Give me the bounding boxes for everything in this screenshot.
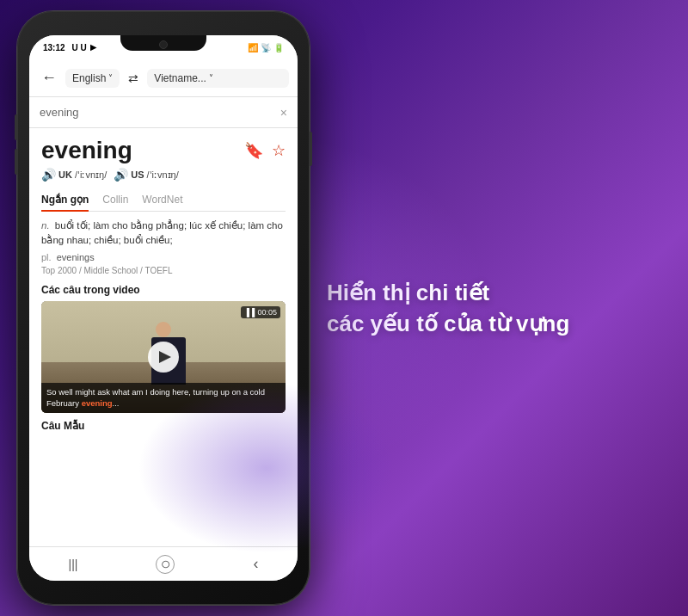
video-section-title: Các câu trong video [41, 284, 286, 296]
dictionary-tabs: Ngắn gọn Collin WordNet [41, 188, 286, 212]
play-button[interactable] [148, 342, 179, 373]
us-ipa: /ˈiːvnɪŋ/ [146, 169, 178, 181]
video-subtitle: So well might ask what am I doing here, … [41, 383, 286, 413]
volume-down-button [15, 149, 17, 175]
back-button[interactable]: ← [38, 65, 60, 90]
uk-ipa: /ˈiːvnɪŋ/ [75, 169, 107, 181]
phone-camera [159, 40, 168, 49]
pronunciation-us: 🔊 US /ˈiːvnɪŋ/ [114, 168, 179, 182]
bottom-navigation: ||| ○ ‹ [29, 546, 298, 581]
status-carrier: U U [72, 43, 87, 52]
us-label: US [131, 169, 144, 180]
phone-screen: 13:12 U U ▶ 📶 📡 🔋 ← English ˅ ⇄ Vietname… [29, 35, 298, 581]
power-button [310, 132, 312, 166]
part-of-speech: n. [41, 220, 50, 231]
clear-search-button[interactable]: × [280, 106, 287, 120]
definition-line: n. buổi tối; làm cho bằng phẳng; lúc xế … [41, 219, 286, 249]
tab-wordnet[interactable]: WordNet [142, 188, 182, 211]
plural-label: pl. [41, 252, 52, 262]
language-to-label: Vietname... [154, 72, 206, 84]
nav-bar: ← English ˅ ⇄ Vietname... ˅ [29, 59, 298, 97]
video-container[interactable]: ▐▐ 00:05 So well might ask what am I doi… [41, 301, 286, 413]
play-triangle-icon [159, 351, 171, 363]
level-tags: Top 2000 / Middle School / TOEFL [41, 266, 286, 275]
wifi-icon: 📶 [248, 43, 258, 52]
uk-label: UK [58, 169, 72, 180]
back-nav-icon: ‹ [253, 555, 258, 573]
phone-mockup: 13:12 U U ▶ 📶 📡 🔋 ← English ˅ ⇄ Vietname… [17, 11, 310, 605]
subtitle-text-before: So well might ask what am I doing here, … [46, 387, 265, 408]
video-duration: ▐▐ 00:05 [241, 306, 280, 318]
swap-languages-button[interactable]: ⇄ [125, 68, 142, 89]
language-from-arrow-icon: ˅ [108, 73, 113, 83]
battery-icon: 🔋 [273, 43, 284, 52]
word-title-row: evening 🔖 ☆ [41, 137, 286, 164]
home-icon: ○ [156, 555, 175, 574]
recent-apps-icon: ||| [69, 557, 78, 571]
status-left: 13:12 U U ▶ [43, 43, 96, 52]
status-media-icon: ▶ [90, 43, 96, 52]
tab-ngan-gon[interactable]: Ngắn gọn [41, 188, 89, 211]
home-button[interactable]: ○ [149, 548, 181, 581]
language-to-arrow-icon: ˅ [209, 73, 213, 83]
definition-text: buổi tối; làm cho bằng phẳng; lúc xế chi… [41, 220, 283, 245]
pronunciation-uk: 🔊 UK /ˈiːvnɪŋ/ [41, 168, 107, 182]
language-from-label: English [72, 72, 106, 84]
pronunciation-row: 🔊 UK /ˈiːvnɪŋ/ 🔊 US /ˈiːvnɪŋ/ [41, 168, 286, 182]
us-speaker-icon[interactable]: 🔊 [114, 168, 128, 182]
back-nav-button[interactable]: ‹ [246, 548, 265, 580]
example-section-title: Câu Mẫu [41, 420, 286, 432]
main-content: evening 🔖 ☆ 🔊 UK /ˈiːvnɪŋ/ 🔊 US /ˈiːvnɪŋ… [29, 128, 298, 546]
language-to-selector[interactable]: Vietname... ˅ [147, 69, 289, 88]
status-right: 📶 📡 🔋 [248, 43, 284, 52]
recent-apps-button[interactable]: ||| [62, 551, 85, 578]
promo-content: Hiển thị chi tiết các yếu tố của từ vựng [292, 277, 688, 340]
plural-value: evenings [57, 252, 95, 262]
subtitle-text-after: ... [113, 398, 120, 408]
word-actions: 🔖 ☆ [244, 141, 286, 160]
language-from-selector[interactable]: English ˅ [65, 69, 120, 88]
uk-speaker-icon[interactable]: 🔊 [41, 168, 56, 182]
bars-icon: ▐▐ [244, 308, 255, 317]
subtitle-highlight: evening [82, 398, 113, 408]
promo-line-2: các yếu tố của từ vựng [327, 308, 662, 339]
duration-text: 00:05 [257, 308, 277, 317]
star-icon[interactable]: ☆ [272, 141, 286, 160]
definition-section: n. buổi tối; làm cho bằng phẳng; lúc xế … [41, 219, 286, 275]
promo-line-1: Hiển thị chi tiết [327, 277, 662, 308]
signal-icon: 📡 [261, 43, 271, 52]
search-bar: × [29, 97, 298, 128]
search-input[interactable] [40, 106, 280, 119]
status-time: 13:12 [43, 43, 65, 52]
plural-line: pl. evenings [41, 252, 286, 262]
volume-up-button [15, 114, 17, 140]
word-title: evening [41, 137, 132, 164]
promo-text: Hiển thị chi tiết các yếu tố của từ vựng [327, 277, 662, 340]
bookmark-icon[interactable]: 🔖 [244, 141, 263, 160]
tab-collin[interactable]: Collin [102, 188, 128, 211]
